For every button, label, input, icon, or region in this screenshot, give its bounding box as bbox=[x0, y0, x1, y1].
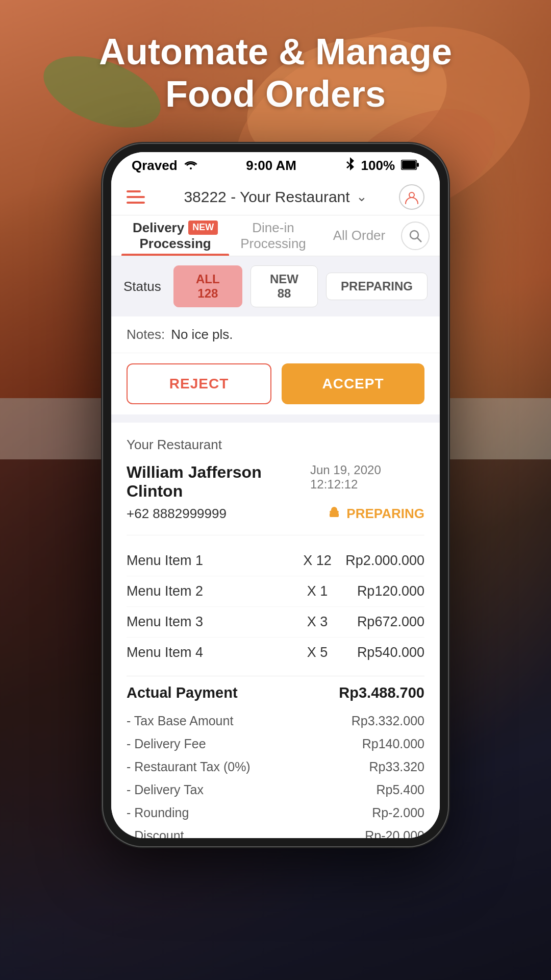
actual-payment-value: Rp3.488.700 bbox=[339, 684, 424, 701]
payment-detail-row-1: - Delivery Fee Rp140.000 bbox=[127, 732, 424, 755]
battery-icon bbox=[401, 158, 419, 174]
nav-bar: 38222 - Your Restaurant ⌄ bbox=[111, 179, 440, 215]
wifi-icon bbox=[184, 158, 198, 173]
filter-all-button[interactable]: ALL 128 bbox=[173, 265, 242, 307]
tab-dinein-sublabel: Processing bbox=[240, 236, 306, 252]
status-filter-label: Status bbox=[123, 279, 161, 295]
chef-icon bbox=[327, 505, 341, 523]
menu-item-row-3: Menu Item 4 X 5 Rp540.000 bbox=[127, 638, 424, 668]
first-order-card: Notes: No ice pls. REJECT ACCEPT bbox=[111, 316, 440, 414]
tabs-bar: Delivery NEW Processing Dine-in Processi… bbox=[111, 215, 440, 256]
content-area: Notes: No ice pls. REJECT ACCEPT Your Re… bbox=[111, 316, 440, 838]
payment-detail-row-3: - Delivery Tax Rp5.400 bbox=[127, 778, 424, 801]
restaurant-name: Your Restaurant bbox=[127, 437, 424, 453]
reject-button[interactable]: REJECT bbox=[127, 363, 271, 404]
item-price-2: Rp672.000 bbox=[343, 614, 424, 630]
payment-detail-value-3: Rp5.400 bbox=[376, 782, 424, 797]
phone-frame: Qraved 9:00 AM bbox=[102, 143, 449, 847]
payment-detail-label-4: - Rounding bbox=[127, 805, 189, 820]
search-button[interactable] bbox=[401, 222, 430, 250]
payment-detail-label-1: - Delivery Fee bbox=[127, 737, 206, 751]
item-qty-2: X 3 bbox=[292, 614, 343, 630]
payment-detail-label-3: - Delivery Tax bbox=[127, 782, 204, 797]
svg-rect-8 bbox=[417, 163, 419, 167]
tab-dinein-label: Dine-in bbox=[252, 220, 294, 236]
order-datetime: Jun 19, 2020 12:12:12 bbox=[310, 463, 424, 492]
item-qty-0: X 12 bbox=[292, 553, 343, 569]
payment-detail-label-5: - Discount bbox=[127, 828, 184, 838]
svg-rect-7 bbox=[402, 161, 416, 169]
chevron-down-icon: ⌄ bbox=[356, 189, 367, 205]
item-price-0: Rp2.000.000 bbox=[343, 553, 424, 569]
tab-allorder-label: All Order bbox=[333, 228, 386, 243]
item-qty-1: X 1 bbox=[292, 583, 343, 599]
payment-detail-row-2: - Restaurant Tax (0%) Rp33.320 bbox=[127, 755, 424, 778]
payment-detail-row-0: - Tax Base Amount Rp3.332.000 bbox=[127, 709, 424, 732]
item-name-2: Menu Item 3 bbox=[127, 614, 292, 630]
customer-phone: +62 8882999999 bbox=[127, 506, 227, 522]
notes-label: Notes: bbox=[127, 327, 165, 342]
menu-item-row-0: Menu Item 1 X 12 Rp2.000.000 bbox=[127, 546, 424, 576]
status-right: 100% bbox=[345, 157, 420, 174]
action-buttons: REJECT ACCEPT bbox=[111, 353, 440, 414]
status-filter-bar: Status ALL 128 NEW 88 PREPARING bbox=[111, 256, 440, 316]
menu-line1 bbox=[127, 190, 141, 192]
tab-delivery-processing[interactable]: Delivery NEW Processing bbox=[121, 215, 229, 256]
filter-preparing-button[interactable]: PREPARING bbox=[326, 273, 428, 300]
notes-value: No ice pls. bbox=[171, 327, 233, 342]
tab-delivery-label: Delivery bbox=[133, 220, 184, 236]
status-left: Qraved bbox=[132, 158, 198, 174]
profile-button[interactable] bbox=[399, 184, 424, 210]
payment-section: Actual Payment Rp3.488.700 - Tax Base Am… bbox=[127, 676, 424, 838]
actual-payment-label: Actual Payment bbox=[127, 684, 238, 701]
hero-line1: Automate & Manage bbox=[0, 31, 551, 73]
phone-screen: Qraved 9:00 AM bbox=[111, 152, 440, 838]
menu-item-row-1: Menu Item 2 X 1 Rp120.000 bbox=[127, 576, 424, 607]
menu-line2 bbox=[127, 196, 145, 198]
svg-rect-14 bbox=[330, 513, 339, 517]
menu-items-list: Menu Item 1 X 12 Rp2.000.000 Menu Item 2… bbox=[127, 546, 424, 668]
svg-line-11 bbox=[417, 238, 421, 242]
battery-text: 100% bbox=[361, 158, 395, 174]
preparing-status: PREPARING bbox=[327, 505, 424, 523]
hero-line2: Food Orders bbox=[0, 73, 551, 115]
payment-detail-value-5: Rp-20.000 bbox=[365, 828, 424, 838]
item-name-3: Menu Item 4 bbox=[127, 645, 292, 660]
item-qty-3: X 5 bbox=[292, 645, 343, 660]
new-badge: NEW bbox=[188, 220, 218, 234]
customer-name: William Jafferson Clinton bbox=[127, 463, 310, 501]
accept-button[interactable]: ACCEPT bbox=[282, 363, 424, 404]
order-detail-card: Your Restaurant William Jafferson Clinto… bbox=[111, 423, 440, 838]
status-bar: Qraved 9:00 AM bbox=[111, 152, 440, 179]
carrier-text: Qraved bbox=[132, 158, 178, 174]
item-name-1: Menu Item 2 bbox=[127, 583, 292, 599]
preparing-text: PREPARING bbox=[346, 506, 424, 522]
divider bbox=[127, 535, 424, 535]
svg-point-10 bbox=[410, 231, 418, 239]
svg-point-9 bbox=[409, 192, 414, 198]
status-time: 9:00 AM bbox=[246, 158, 296, 174]
restaurant-title: 38222 - Your Restaurant bbox=[184, 188, 349, 206]
tab-delivery-sublabel: Processing bbox=[140, 236, 211, 252]
payment-detail-label-0: - Tax Base Amount bbox=[127, 714, 233, 728]
payment-detail-value-4: Rp-2.000 bbox=[372, 805, 424, 820]
actual-payment-row: Actual Payment Rp3.488.700 bbox=[127, 684, 424, 701]
payment-detail-value-2: Rp33.320 bbox=[369, 760, 424, 774]
bluetooth-icon bbox=[345, 157, 355, 174]
item-price-3: Rp540.000 bbox=[343, 645, 424, 660]
menu-line3 bbox=[127, 202, 145, 204]
payment-detail-label-2: - Restaurant Tax (0%) bbox=[127, 760, 251, 774]
payment-detail-row-4: - Rounding Rp-2.000 bbox=[127, 801, 424, 824]
menu-button[interactable] bbox=[127, 184, 152, 210]
menu-item-row-2: Menu Item 3 X 3 Rp672.000 bbox=[127, 607, 424, 638]
phone-status-row: +62 8882999999 PREPARING bbox=[127, 505, 424, 523]
tab-all-order[interactable]: All Order bbox=[322, 215, 397, 256]
filter-new-button[interactable]: NEW 88 bbox=[251, 265, 318, 307]
payment-detail-value-0: Rp3.332.000 bbox=[352, 714, 424, 728]
customer-info-row: William Jafferson Clinton Jun 19, 2020 1… bbox=[127, 463, 424, 501]
payment-detail-row-5: - Discount Rp-20.000 bbox=[127, 824, 424, 838]
item-price-1: Rp120.000 bbox=[343, 583, 424, 599]
nav-title-group[interactable]: 38222 - Your Restaurant ⌄ bbox=[184, 188, 367, 206]
tab-dinein-processing[interactable]: Dine-in Processing bbox=[229, 215, 317, 256]
hero-section: Automate & Manage Food Orders bbox=[0, 31, 551, 115]
